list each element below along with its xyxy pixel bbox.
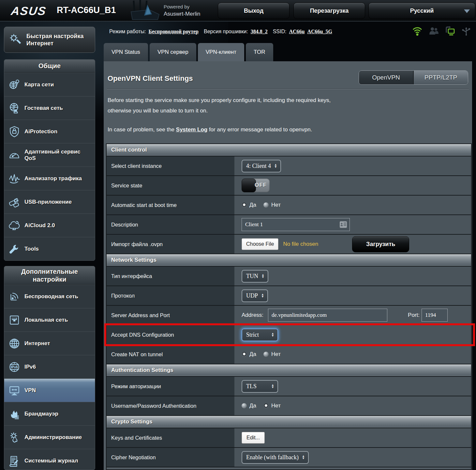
accept-dns-select[interactable]: Strict xyxy=(242,329,278,341)
service-state-toggle[interactable]: OFF xyxy=(242,179,270,192)
auth-mode-select[interactable]: TLS xyxy=(242,380,278,393)
guest-network-icon xyxy=(8,102,21,114)
tab-vpn-server[interactable]: VPN сервер xyxy=(150,43,196,61)
openvpn-tab-button[interactable]: OpenVPN xyxy=(359,71,413,84)
quick-setup-button[interactable]: Быстрая настройка Интернет xyxy=(4,27,95,53)
chevron-down-icon xyxy=(464,9,470,13)
aiprotection-shield-icon xyxy=(8,125,21,138)
sidebar-item-wan[interactable]: Интернет xyxy=(4,331,95,355)
settings-table: Client control Select client instance 4:… xyxy=(106,143,472,470)
system-log-link[interactable]: System Log xyxy=(176,126,207,133)
lan-monitor-status-icon[interactable] xyxy=(445,25,455,37)
section-crypto-settings: Crypto Settings xyxy=(107,416,471,428)
nat-yes-radio[interactable] xyxy=(242,352,247,357)
sidebar-item-guest-network[interactable]: Гостевая сеть xyxy=(4,96,95,120)
internet-globe-icon xyxy=(8,337,21,350)
tab-tor[interactable]: TOR xyxy=(246,43,273,61)
contact-card-icon[interactable] xyxy=(339,221,347,228)
page-title: OpenVPN Client Settings xyxy=(108,74,193,83)
sidebar-item-system-log[interactable]: Системный журнал xyxy=(4,449,95,470)
ssid-2g-link[interactable]: AC66u xyxy=(289,29,305,35)
description-input[interactable] xyxy=(242,218,350,231)
choose-file-button[interactable]: Choose File xyxy=(242,238,278,250)
userpass-yes-radio[interactable] xyxy=(242,403,247,408)
row-cipher-negotiation: Cipher Negotiation Enable (with fallback… xyxy=(107,448,471,467)
sidebar-item-network-map[interactable]: Карта сети xyxy=(4,73,95,96)
usb-application-icon xyxy=(8,196,21,208)
sidebar-advanced-title: Дополнительные настройки xyxy=(4,266,95,285)
mode-link[interactable]: Беспроводной роутер xyxy=(149,29,199,35)
interface-type-select[interactable]: TUN xyxy=(242,270,268,283)
firmware-link[interactable]: 384.8_2 xyxy=(251,29,268,35)
intro-text: Before starting the service make sure yo… xyxy=(108,95,331,116)
row-protocol: Протокол UDP xyxy=(107,286,471,306)
cipher-negotiation-select[interactable]: Enable (with fallback) xyxy=(242,451,309,464)
problem-text: In case of problem, see the System Log f… xyxy=(108,126,312,133)
tab-vpn-status[interactable]: VPN Status xyxy=(104,43,148,61)
logout-button[interactable]: Выход xyxy=(218,3,290,19)
sidebar-item-traffic-analyzer[interactable]: Анализатор трафика xyxy=(4,167,95,190)
administration-icon xyxy=(8,431,21,444)
status-icons xyxy=(412,25,471,37)
router-image xyxy=(128,0,162,21)
row-userpass-auth: Username/Password Authentication Да Нет xyxy=(107,396,471,416)
quick-setup-icon xyxy=(9,33,22,47)
row-server-address-port: Server Address and Port Address: Port: xyxy=(107,306,471,325)
tab-vpn-client[interactable]: VPN-клиент xyxy=(198,43,244,61)
language-select[interactable]: Русский xyxy=(368,3,475,19)
sidebar-item-tools[interactable]: Tools xyxy=(4,237,95,260)
address-label: Address: xyxy=(242,312,263,318)
lan-port-icon xyxy=(8,314,21,326)
sidebar-general-title: Общие xyxy=(4,60,95,73)
server-port-input[interactable] xyxy=(422,309,448,322)
sidebar-item-usb-application[interactable]: USB-приложение xyxy=(4,190,95,213)
ssid-5g-link[interactable]: AC66u_5G xyxy=(307,29,332,35)
server-address-input[interactable] xyxy=(268,309,387,322)
row-next-partial xyxy=(107,467,471,470)
protocol-select[interactable]: UDP xyxy=(242,289,268,302)
nat-no-radio[interactable] xyxy=(263,352,269,357)
row-description: Description xyxy=(107,215,471,235)
client-instance-select[interactable]: 4: Client 4 xyxy=(242,160,281,172)
auto-start-no-radio[interactable] xyxy=(263,202,269,208)
usb-status-icon[interactable] xyxy=(461,25,471,37)
traffic-analyzer-icon xyxy=(8,172,21,185)
sidebar-item-wireless[interactable]: Беспроводная сеть xyxy=(4,285,95,308)
status-info-bar: Режим работы: Беспроводной роутер Версия… xyxy=(109,27,412,36)
clients-status-icon[interactable] xyxy=(428,25,439,37)
keys-edit-button[interactable]: Edit... xyxy=(242,432,265,444)
vpn-tabs: VPN Status VPN сервер VPN-клиент TOR xyxy=(104,43,273,61)
row-interface-type: Тип интерфейса TUN xyxy=(107,267,471,286)
sidebar-item-qos[interactable]: Адаптивный сервис QoS xyxy=(4,143,95,167)
userpass-no-radio[interactable] xyxy=(263,403,269,408)
top-bar: ASUS RT-AC66U_B1 Powered by Asuswrt-Merl… xyxy=(0,0,476,22)
section-network-settings: Network Settings xyxy=(107,254,471,267)
wifi-status-icon[interactable] xyxy=(412,25,423,37)
row-client-instance: Select client instance 4: Client 4 xyxy=(107,156,471,176)
ipv6-icon: IPv6 xyxy=(8,361,21,373)
sidebar-item-administration[interactable]: Администри­рование xyxy=(4,425,95,449)
tools-wrench-icon xyxy=(8,243,21,255)
sidebar-item-ipv6[interactable]: IPv6 IPv6 xyxy=(4,355,95,378)
mode-label: Режим работы: xyxy=(109,29,146,35)
sidebar-item-firewall[interactable]: Брандмауэр xyxy=(4,402,95,425)
no-file-chosen-text: No file chosen xyxy=(283,241,318,247)
wireless-icon xyxy=(8,290,21,303)
router-model: RT-AC66U_B1 xyxy=(57,5,116,15)
auto-start-yes-radio[interactable] xyxy=(242,202,247,208)
sidebar-item-aiprotection[interactable]: AiProtection xyxy=(4,120,95,143)
row-create-nat: Create NAT on tunnel Да Нет xyxy=(107,345,471,364)
pptp-l2tp-tab-button[interactable]: PPTP/L2TP xyxy=(413,71,468,84)
reboot-button[interactable]: Перезагрузка xyxy=(293,3,365,19)
quick-setup-label: Быстрая настройка Интернет xyxy=(26,33,83,47)
sidebar-item-vpn[interactable]: VPN xyxy=(4,378,95,402)
row-auth-mode: Режим авторизации TLS xyxy=(107,377,471,396)
upload-button[interactable]: Загрузить xyxy=(352,236,409,252)
sidebar-item-lan[interactable]: Локальная сеть xyxy=(4,308,95,331)
firewall-flame-icon xyxy=(8,408,21,420)
sidebar-item-aicloud[interactable]: AiCloud 2.0 xyxy=(4,213,95,237)
select-arrows-icon xyxy=(302,455,305,460)
row-auto-start: Automatic start at boot time Да Нет xyxy=(107,196,471,215)
select-arrows-icon xyxy=(271,332,274,337)
section-authentication-settings: Authentication Settings xyxy=(107,364,471,377)
